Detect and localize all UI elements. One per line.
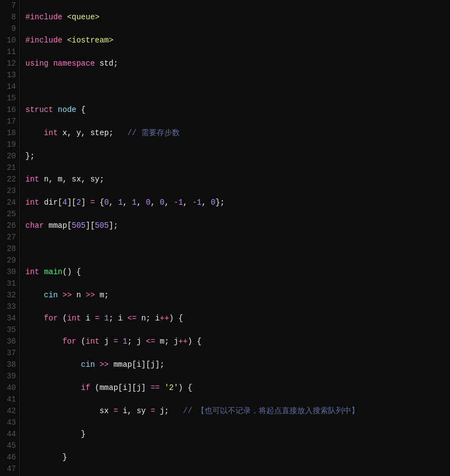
line-numbers: 7 8 9 10 11 12 13 14 15 16 17 18 19 20 2…	[0, 0, 20, 476]
code-line-26: }	[25, 452, 450, 463]
code-line-10	[25, 81, 450, 93]
code-line-16: char mmap[505][505];	[25, 220, 450, 232]
code-line-12: int x, y, step; // 需要存步数	[25, 127, 450, 139]
code-container: 7 8 9 10 11 12 13 14 15 16 17 18 19 20 2…	[0, 0, 450, 476]
code-line-7: #include <queue>	[25, 12, 450, 23]
code-line-9: using namespace std;	[25, 58, 450, 69]
code-line-14: int n, m, sx, sy;	[25, 174, 450, 185]
code-line-22: cin >> mmap[i][j];	[25, 359, 450, 371]
code-line-20: for (int i = 1; i <= n; i++) {	[25, 313, 450, 324]
code-line-17	[25, 243, 450, 255]
code-area: #include <queue> #include <iostream> usi…	[20, 0, 450, 476]
code-line-11: struct node {	[25, 104, 450, 116]
code-line-13: };	[25, 151, 450, 162]
code-line-24: sx = i, sy = j; // 【也可以不记录，将起点直接放入搜索队列中】	[25, 405, 450, 417]
code-line-18: int main() {	[25, 266, 450, 278]
code-line-19: cin >> n >> m;	[25, 290, 450, 301]
code-line-15: int dir[4][2] = {0, 1, 1, 0, 0, -1, -1, …	[25, 197, 450, 208]
code-line-8: #include <iostream>	[25, 35, 450, 46]
code-line-23: if (mmap[i][j] == '2') {	[25, 382, 450, 394]
code-line-25: }	[25, 429, 450, 440]
code-line-21: for (int j = 1; j <= m; j++) {	[25, 336, 450, 347]
